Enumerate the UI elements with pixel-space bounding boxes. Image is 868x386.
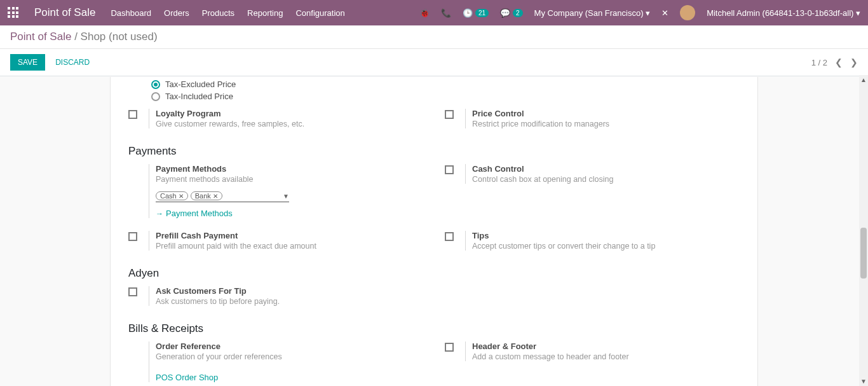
payment-methods-input[interactable]: Cash✕ Bank✕ ▼ [156,191,289,202]
checkbox-price-control[interactable] [445,110,454,119]
breadcrumb: Point of Sale / Shop (not used) [10,31,858,43]
tips-desc: Accept customer tips or convert their ch… [472,242,740,251]
scrollbar[interactable]: ▲ ▼ [859,75,868,386]
order-ref-desc: Generation of your order references [156,352,445,361]
nav-menu: Dashboard Orders Products Reporting Conf… [111,8,344,18]
checkbox-cash-control[interactable] [445,165,454,174]
checkbox-header-footer[interactable] [445,343,454,352]
save-button[interactable]: SAVE [10,54,45,71]
nav-configuration[interactable]: Configuration [295,8,344,18]
breadcrumb-current: Shop (not used) [81,31,158,43]
cash-control-desc: Control cash box at opening and closing [472,175,740,184]
radio-tax-included[interactable] [151,92,160,101]
radio-tax-excluded[interactable] [151,80,160,89]
action-bar: SAVE DISCARD 1 / 2 ❮ ❯ [0,49,868,76]
settings-form: Tax-Excluded Price Tax-Included Price Lo… [110,77,758,386]
tag-bank-remove[interactable]: ✕ [213,193,218,200]
loyalty-title: Loyalty Program [156,109,445,118]
prefill-title: Prefill Cash Payment [156,231,445,240]
pager-text: 1 / 2 [811,58,827,67]
phone-icon[interactable]: 📞 [441,8,451,18]
cash-control-title: Cash Control [472,164,740,174]
nav-products[interactable]: Products [202,8,234,18]
tag-bank: Bank✕ [191,191,222,200]
scroll-thumb[interactable] [860,228,867,279]
activity-icon[interactable]: 🕒21 [463,8,489,18]
loyalty-desc: Give customer rewards, free samples, etc… [156,120,445,128]
scroll-up-icon[interactable]: ▲ [860,76,867,83]
activity-count: 21 [475,9,489,17]
payment-methods-desc: Payment methods available [156,175,445,184]
chat-icon[interactable]: 💬2 [500,8,523,18]
breadcrumb-root[interactable]: Point of Sale [10,31,71,43]
brand-title: Point of Sale [34,6,95,19]
company-selector[interactable]: My Company (San Francisco) ▾ [534,8,651,18]
nav-orders[interactable]: Orders [164,8,189,18]
order-ref-title: Order Reference [156,341,445,351]
chevron-down-icon[interactable]: ▼ [283,193,289,200]
pager-prev[interactable]: ❮ [835,57,843,67]
ask-tip-title: Ask Customers For Tip [156,286,445,296]
header-footer-desc: Add a custom message to header and foote… [472,352,740,361]
section-payments: Payments [128,145,740,158]
pager: 1 / 2 ❮ ❯ [811,57,858,67]
chat-count: 2 [513,9,523,17]
checkbox-loyalty[interactable] [128,110,137,119]
tag-cash: Cash✕ [156,191,188,200]
payment-methods-title: Payment Methods [156,164,445,174]
checkbox-ask-tip[interactable] [128,287,137,296]
apps-icon[interactable] [8,7,19,18]
checkbox-prefill[interactable] [128,232,137,241]
tools-icon[interactable]: ✕ [661,8,668,18]
price-control-desc: Restrict price modification to managers [472,120,740,128]
checkbox-tips[interactable] [445,232,454,241]
breadcrumb-bar: Point of Sale / Shop (not used) [0,25,868,49]
nav-reporting[interactable]: Reporting [247,8,283,18]
avatar[interactable] [680,5,695,20]
discard-button[interactable]: DISCARD [55,58,90,67]
payment-methods-link[interactable]: →Payment Methods [156,209,445,218]
order-ref-link[interactable]: POS Order Shop [156,373,445,382]
top-nav: Point of Sale Dashboard Orders Products … [0,0,868,25]
tag-cash-remove[interactable]: ✕ [179,193,184,200]
section-bills: Bills & Receipts [128,322,740,335]
prefill-desc: Prefill amount paid with the exact due a… [156,242,445,251]
user-menu[interactable]: Mitchell Admin (664841-13-0-1b63df-all) … [707,8,860,18]
debug-icon[interactable]: 🐞 [419,8,430,18]
price-control-title: Price Control [472,109,740,118]
scroll-down-icon[interactable]: ▼ [860,378,867,385]
pager-next[interactable]: ❯ [850,57,858,67]
radio-tax-excluded-label: Tax-Excluded Price [165,79,236,89]
arrow-right-icon: → [156,209,163,218]
header-footer-title: Header & Footer [472,341,740,351]
ask-tip-desc: Ask customers to tip before paying. [156,297,445,306]
section-adyen: Adyen [128,267,740,280]
nav-dashboard[interactable]: Dashboard [111,8,151,18]
radio-tax-included-label: Tax-Included Price [165,92,233,101]
tips-title: Tips [472,231,740,240]
